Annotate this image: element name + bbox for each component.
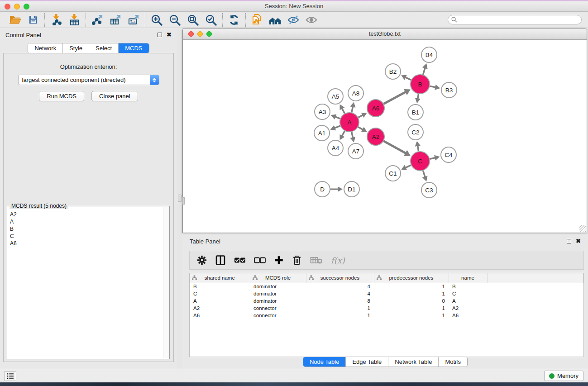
open-session-icon[interactable] xyxy=(7,13,23,27)
close-panel-button[interactable]: Close panel xyxy=(91,91,138,101)
table-row[interactable]: A2connector11A2 xyxy=(190,305,583,312)
panel-splitter[interactable] xyxy=(177,28,182,369)
function-builder-icon[interactable]: f(x) xyxy=(331,256,345,265)
show-columns-icon[interactable] xyxy=(215,255,226,266)
table-row[interactable]: A6connector11A6 xyxy=(190,312,583,319)
column-header-successor-nodes[interactable]: successor nodes xyxy=(306,273,374,283)
table-row[interactable]: Bdominator41B xyxy=(190,283,583,290)
import-table-icon[interactable] xyxy=(67,13,82,27)
tab-mcds[interactable]: MCDS xyxy=(119,43,148,53)
zoom-out-icon[interactable] xyxy=(167,13,182,27)
table-cell[interactable]: 4 xyxy=(306,283,374,290)
table-cell[interactable]: 0 xyxy=(374,297,449,305)
graph-edge-A-A2[interactable] xyxy=(358,127,363,130)
table-cell[interactable]: 1 xyxy=(306,305,374,312)
splitter-grip[interactable] xyxy=(178,195,182,202)
graph-edge-C-C4[interactable] xyxy=(430,157,435,159)
table-cell[interactable]: A6 xyxy=(190,312,250,319)
table-tab-edge-table[interactable]: Edge Table xyxy=(346,357,388,367)
mcds-result-item[interactable]: A2 xyxy=(10,211,163,218)
table-cell[interactable]: A6 xyxy=(449,312,487,319)
table-tab-node-table[interactable]: Node Table xyxy=(303,357,346,367)
table-cell[interactable]: 1 xyxy=(374,290,449,297)
refresh-icon[interactable] xyxy=(226,13,242,27)
table-cell[interactable]: 4 xyxy=(306,290,374,297)
export-image-icon[interactable] xyxy=(126,13,141,27)
graph-edge-A-A5[interactable] xyxy=(342,108,344,114)
duplicate-network-icon[interactable] xyxy=(249,13,265,27)
graph-edge-C-C3[interactable] xyxy=(423,171,425,177)
table-cell[interactable]: B xyxy=(449,283,487,290)
zoom-selected-icon[interactable] xyxy=(203,13,219,27)
search-field-container[interactable] xyxy=(448,15,582,24)
table-cell[interactable]: dominator xyxy=(250,297,306,305)
table-cell[interactable]: dominator xyxy=(250,290,306,297)
table-cell[interactable]: C xyxy=(449,290,487,297)
network-window-resize-grip[interactable] xyxy=(579,225,586,232)
column-header-MCDS-role[interactable]: MCDS role xyxy=(250,273,306,283)
table-cell[interactable]: 1 xyxy=(374,283,449,290)
table-float-panel-icon[interactable] xyxy=(567,239,571,243)
import-network-icon[interactable] xyxy=(48,13,64,27)
table-cell[interactable]: connector xyxy=(250,305,306,312)
graph-edge-B-B1[interactable] xyxy=(418,94,419,99)
graph-edge-A6-B[interactable] xyxy=(384,92,406,104)
column-header-name[interactable]: name xyxy=(449,273,487,283)
unselect-all-columns-icon[interactable] xyxy=(254,257,266,263)
create-column-icon[interactable] xyxy=(274,255,284,265)
tab-style[interactable]: Style xyxy=(63,43,89,53)
mcds-result-item[interactable]: B xyxy=(10,225,163,233)
table-cell[interactable]: 1 xyxy=(306,312,374,319)
float-panel-icon[interactable] xyxy=(158,33,162,37)
select-all-columns-icon[interactable] xyxy=(234,257,246,263)
result-scrollbar[interactable] xyxy=(163,207,169,358)
search-input[interactable] xyxy=(459,17,578,23)
table-tab-motifs[interactable]: Motifs xyxy=(439,357,467,367)
graph-edge-A-A3[interactable] xyxy=(335,117,340,119)
table-cell[interactable]: 1 xyxy=(374,312,449,319)
first-neighbors-icon[interactable] xyxy=(268,13,283,27)
network-window-left-grip[interactable] xyxy=(182,197,185,205)
table-cell[interactable]: C xyxy=(190,290,250,297)
delete-table-icon[interactable] xyxy=(310,256,323,264)
table-row[interactable]: Cdominator41C xyxy=(190,290,583,297)
table-cell[interactable]: B xyxy=(190,283,250,290)
graph-edge-A-A7[interactable] xyxy=(352,132,353,138)
graph-edge-C-C1[interactable] xyxy=(405,165,411,168)
table-cell[interactable]: A xyxy=(190,297,250,305)
column-header-predecessor-nodes[interactable]: predecessor nodes xyxy=(374,273,449,283)
network-canvas[interactable]: AA1A2A3A4A5A6A7A8BB1B2B3B4CC1C2C3C4DD1 xyxy=(183,40,587,233)
table-cell[interactable]: 8 xyxy=(306,297,374,305)
show-all-icon[interactable] xyxy=(304,13,319,27)
export-network-icon[interactable] xyxy=(90,13,105,27)
column-header-shared-name[interactable]: shared name xyxy=(190,273,250,283)
table-cell[interactable]: A2 xyxy=(190,305,250,312)
graph-edge-B-B4[interactable] xyxy=(423,67,425,75)
zoom-in-icon[interactable] xyxy=(149,13,164,27)
graph-edge-A-A4[interactable] xyxy=(342,131,344,136)
mcds-result-list[interactable]: A2ABCA6 xyxy=(10,211,163,358)
graph-edge-B-B2[interactable] xyxy=(405,77,411,80)
graph-edge-A-A6[interactable] xyxy=(358,115,363,118)
zoom-fit-icon[interactable] xyxy=(185,13,201,27)
optimization-criterion-select[interactable]: largest connected component (directed) xyxy=(18,75,159,85)
graph-edge-B-B3[interactable] xyxy=(430,86,436,87)
tab-network[interactable]: Network xyxy=(28,43,63,53)
mcds-result-item[interactable]: C xyxy=(10,233,163,240)
graph-edge-A2-C[interactable] xyxy=(384,141,406,153)
network-window-titlebar[interactable]: testGlobe.txt xyxy=(183,29,587,40)
table-cell[interactable]: A2 xyxy=(449,305,487,312)
table-cell[interactable]: dominator xyxy=(250,283,306,290)
mcds-result-item[interactable]: A xyxy=(10,218,163,225)
table-cell[interactable]: 1 xyxy=(374,305,449,312)
table-settings-gear-icon[interactable] xyxy=(197,255,207,265)
hide-selected-icon[interactable] xyxy=(286,13,301,27)
close-panel-icon[interactable]: ✖ xyxy=(167,33,172,37)
table-row[interactable]: Adominator80A xyxy=(190,297,583,305)
tab-select[interactable]: Select xyxy=(89,43,119,53)
graph-edge-A-A8[interactable] xyxy=(352,106,353,112)
table-cell[interactable]: A xyxy=(449,297,487,305)
run-mcds-button[interactable]: Run MCDS xyxy=(39,91,84,101)
delete-columns-icon[interactable] xyxy=(292,255,302,266)
export-table-icon[interactable] xyxy=(108,13,123,27)
